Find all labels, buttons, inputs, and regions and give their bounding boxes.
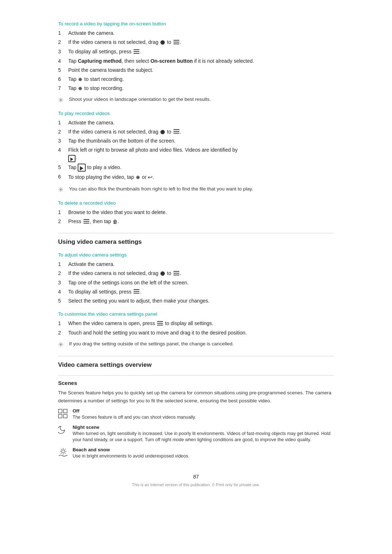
steps-list-customise: 1 When the video camera is open, press t… — [58, 320, 334, 337]
scene-item-beach: Beach and snow Use in bright environment… — [58, 447, 334, 460]
trash-icon: 🗑 — [113, 219, 118, 225]
svg-rect-17 — [134, 293, 139, 294]
scene-night-content: Night scene When turned on, light sensit… — [73, 424, 334, 443]
tip-block-play: ✳ You can also flick the thumbnails from… — [58, 185, 334, 194]
svg-rect-18 — [157, 321, 163, 322]
h3-scenes: Scenes The Scenes feature helps you to q… — [58, 375, 334, 459]
menu-icon — [134, 48, 139, 56]
step-item: 6 To stop playing the video, tap or ↩. — [58, 173, 334, 182]
svg-line-33 — [61, 453, 62, 454]
svg-rect-19 — [157, 323, 163, 324]
svg-rect-2 — [173, 44, 179, 44]
step-content: Tap to play a video. — [68, 164, 334, 172]
svg-rect-4 — [134, 51, 139, 52]
section-play-videos: To play recorded videos 1 Activate the c… — [58, 111, 334, 194]
back-icon: ↩ — [148, 173, 152, 182]
step-content: If the video camera is not selected, dra… — [68, 128, 334, 136]
step-content: Point the camera towards the subject. — [68, 66, 334, 74]
scene-item-off: Off The Scenes feature is off and you ca… — [58, 408, 334, 421]
step-content: Tap to stop recording. — [68, 85, 334, 92]
svg-point-25 — [62, 450, 65, 453]
circle-icon — [160, 40, 165, 45]
dot-icon — [78, 78, 82, 81]
step-content: To display all settings, press . — [68, 48, 334, 56]
step-content: If the video camera is not selected, dra… — [68, 38, 334, 46]
step-num: 2 — [58, 128, 68, 136]
svg-rect-5 — [134, 53, 139, 54]
svg-rect-6 — [173, 129, 179, 130]
step-num: 1 — [58, 320, 68, 328]
svg-rect-12 — [173, 271, 179, 272]
step-item: 7 Tap to stop recording. — [58, 85, 334, 92]
scenes-description: The Scenes feature helps you to quickly … — [58, 389, 334, 405]
svg-rect-21 — [58, 409, 62, 413]
step-num: 4 — [58, 146, 68, 162]
step-content: Tap one of the settings icons on the lef… — [68, 279, 334, 287]
step-content: When the video camera is open, press to … — [68, 320, 334, 328]
scene-off-title: Off — [73, 408, 196, 414]
scene-beach-icon — [58, 448, 68, 459]
step-content: Flick left or right to browse all photo … — [68, 146, 334, 162]
step-item: 5 Tap to play a video. — [58, 164, 334, 172]
step-content: Tap the thumbnails on the bottom of the … — [68, 137, 334, 145]
step-item: 3 To display all settings, press . — [58, 48, 334, 56]
section-record-video: To record a video by tapping the on-scre… — [58, 21, 334, 104]
h2-using-settings: Using video camera settings To adjust vi… — [58, 233, 334, 349]
step-content: To stop playing the video, tap or ↩. — [68, 173, 334, 182]
step-item: 1 Activate the camera. — [58, 29, 334, 37]
section-heading-record: To record a video by tapping the on-scre… — [58, 21, 334, 26]
step-content: Activate the camera. — [68, 29, 334, 37]
menu-icon — [173, 39, 179, 46]
tip-icon: ✳ — [58, 186, 66, 194]
step-content: Touch and hold the setting you want to m… — [68, 329, 334, 337]
scene-beach-desc: Use in bright environments to avoid unde… — [73, 453, 189, 460]
step-content: To display all settings, press . — [68, 288, 334, 296]
step-item: 1 Activate the camera. — [58, 119, 334, 127]
step-num: 5 — [58, 66, 68, 74]
menu-icon — [134, 288, 139, 296]
step-num: 1 — [58, 119, 68, 127]
svg-rect-16 — [134, 291, 139, 292]
step-item: 2 Touch and hold the setting you want to… — [58, 329, 334, 337]
circle-icon — [160, 271, 165, 276]
subsection-customise: To customise the video camera settings p… — [58, 311, 334, 349]
tip-block-record: ✳ Shoot your videos in landscape orienta… — [58, 96, 334, 104]
section-heading-customise: To customise the video camera settings p… — [58, 311, 334, 317]
scene-off-icon — [58, 409, 68, 420]
step-item: 1 Browse to the video that you want to d… — [58, 209, 334, 216]
h2-overview: Video camera settings overview — [58, 356, 334, 369]
circle-icon — [160, 130, 165, 134]
svg-rect-10 — [83, 221, 89, 222]
svg-rect-0 — [173, 40, 179, 41]
step-item: 2 If the video camera is not selected, d… — [58, 128, 334, 136]
step-item: 2 If the video camera is not selected, d… — [58, 270, 334, 278]
step-num: 4 — [58, 288, 68, 296]
step-num: 5 — [58, 297, 68, 305]
step-num: 6 — [58, 173, 68, 182]
svg-line-32 — [65, 449, 65, 450]
svg-rect-20 — [157, 325, 163, 325]
steps-list-record: 1 Activate the camera. 2 If the video ca… — [58, 29, 334, 92]
step-item: 4 To display all settings, press . — [58, 288, 334, 296]
svg-rect-14 — [173, 275, 179, 275]
scene-night-icon — [58, 425, 68, 436]
tip-text: You can also flick the thumbnails from r… — [69, 185, 253, 193]
menu-icon — [173, 270, 179, 278]
step-num: 3 — [58, 279, 68, 287]
dot-icon — [78, 87, 82, 90]
step-content: Activate the camera. — [68, 260, 334, 268]
svg-rect-13 — [173, 273, 179, 274]
step-num: 1 — [58, 29, 68, 37]
step-content: Activate the camera. — [68, 119, 334, 127]
tip-icon: ✳ — [58, 341, 66, 349]
step-item: 5 Point the camera towards the subject. — [58, 66, 334, 74]
section-heading-play: To play recorded videos — [58, 111, 334, 116]
scene-beach-content: Beach and snow Use in bright environment… — [73, 447, 189, 460]
step-item: 1 When the video camera is open, press t… — [58, 320, 334, 328]
section-delete-video: To delete a recorded video 1 Browse to t… — [58, 200, 334, 226]
section-heading-delete: To delete a recorded video — [58, 200, 334, 206]
step-num: 2 — [58, 270, 68, 278]
page-number: 87 — [58, 474, 334, 480]
h2-title-using-settings: Using video camera settings — [58, 233, 334, 246]
step-num: 3 — [58, 48, 68, 56]
